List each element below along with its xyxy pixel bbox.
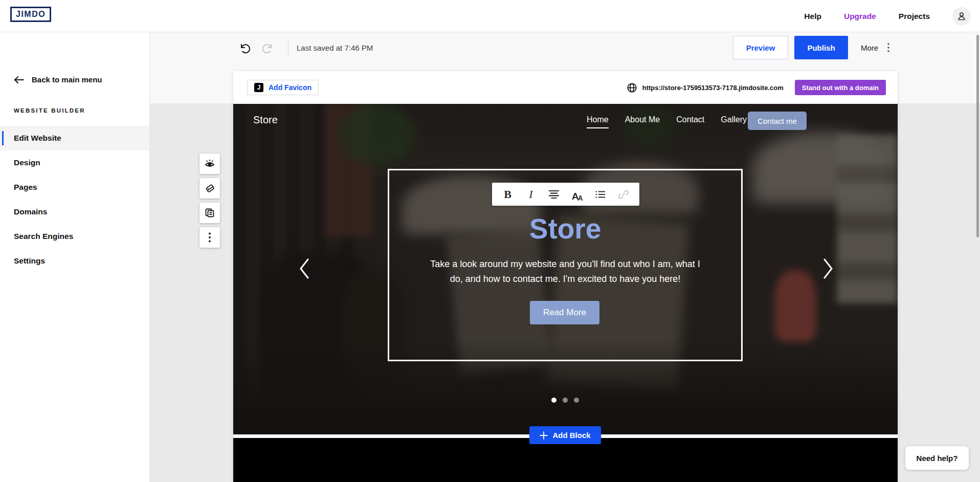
app-header: JIMDO Help Upgrade Projects (0, 0, 980, 32)
more-label: More (861, 43, 878, 52)
block-more-options-button[interactable] (199, 227, 220, 248)
sidebar-section-label: WEBSITE BUILDER (14, 107, 85, 114)
user-icon (956, 11, 967, 21)
toolbar-divider (288, 41, 288, 55)
editor-canvas: Last saved at 7:46 PM Preview Publish Mo… (150, 32, 980, 482)
site-preview-card: J Add Favicon https://store-1759513573-7… (233, 71, 898, 482)
block-style-button[interactable] (199, 178, 220, 199)
hero-title[interactable]: Store (388, 212, 743, 245)
carousel-dots (388, 398, 743, 403)
globe-icon (627, 82, 637, 93)
carousel-dot[interactable] (551, 398, 556, 403)
font-style-button[interactable]: AA (570, 187, 585, 202)
back-to-main-menu[interactable]: Back to main menu (14, 75, 102, 84)
site-nav-contact[interactable]: Contact (676, 115, 704, 124)
align-center-icon (548, 190, 560, 199)
redo-button[interactable] (261, 41, 275, 55)
site-nav-links: Home About Me Contact Gallery (587, 115, 747, 124)
last-saved-status: Last saved at 7:46 PM (297, 43, 373, 52)
site-url[interactable]: https://store-1759513573-7178.jimdosite.… (642, 84, 784, 92)
jimdo-logo[interactable]: JIMDO (10, 7, 51, 22)
align-button[interactable] (546, 187, 562, 202)
undo-icon (238, 41, 251, 55)
sidebar-item-settings[interactable]: Settings (0, 249, 149, 273)
jimdo-editor-window: JIMDO Help Upgrade Projects Back to main… (0, 0, 980, 482)
chevron-right-icon (820, 257, 836, 280)
site-nav-about-me[interactable]: About Me (625, 115, 660, 124)
add-favicon-label: Add Favicon (269, 83, 311, 92)
hero-section[interactable]: Store Home About Me Contact Gallery Cont… (233, 104, 898, 434)
site-chrome-bar: J Add Favicon https://store-1759513573-7… (233, 71, 898, 104)
carousel-next-button[interactable] (820, 257, 836, 280)
hero-paragraph[interactable]: Take a look around my website and you'll… (388, 257, 743, 287)
plus-icon (540, 431, 548, 440)
account-avatar[interactable] (952, 7, 971, 26)
block-tools (199, 154, 220, 252)
sidebar-item-pages[interactable]: Pages (0, 175, 149, 200)
chevron-left-icon (297, 257, 312, 280)
undo-button[interactable] (238, 41, 251, 55)
toggle-visibility-button[interactable] (199, 154, 220, 174)
style-swatch-icon (204, 182, 216, 194)
preview-button[interactable]: Preview (733, 36, 788, 59)
about-me-title: About Me (512, 480, 619, 482)
redo-icon (261, 41, 275, 55)
domain-upsell-button[interactable]: Stand out with a domain (795, 80, 886, 95)
publish-button[interactable]: Publish (794, 36, 848, 59)
site-nav-gallery[interactable]: Gallery (721, 115, 747, 124)
about-me-section[interactable]: About Me (233, 438, 898, 482)
sidebar-item-domains[interactable]: Domains (0, 200, 149, 224)
upgrade-link[interactable]: Upgrade (844, 12, 876, 21)
site-url-group: https://store-1759513573-7178.jimdosite.… (627, 80, 886, 95)
favicon-placeholder-icon: J (254, 83, 263, 92)
more-menu-button[interactable]: More (861, 36, 889, 59)
sidebar-menu: Edit Website Design Pages Domains Search… (0, 126, 149, 273)
bullet-list-icon (595, 190, 606, 199)
sidebar-item-design[interactable]: Design (0, 150, 149, 175)
contact-me-button[interactable]: Contact me (748, 112, 807, 130)
site-nav-home[interactable]: Home (587, 115, 609, 124)
add-favicon-button[interactable]: J Add Favicon (247, 80, 319, 95)
sidebar-item-edit-website[interactable]: Edit Website (0, 126, 149, 150)
projects-link[interactable]: Projects (899, 12, 930, 21)
add-block-button[interactable]: Add Block (529, 426, 601, 444)
site-nav: Store Home About Me Contact Gallery Cont… (233, 104, 898, 136)
copy-icon (204, 207, 216, 219)
list-button[interactable] (593, 187, 608, 202)
kebab-menu-icon (209, 232, 211, 243)
page-scrollbar-thumb[interactable] (976, 35, 979, 237)
eye-icon (204, 158, 216, 169)
carousel-dot[interactable] (574, 398, 579, 403)
carousel-prev-button[interactable] (297, 257, 312, 280)
sidebar-item-search-engines[interactable]: Search Engines (0, 224, 149, 249)
help-link[interactable]: Help (804, 12, 821, 21)
need-help-button[interactable]: Need help? (905, 446, 969, 470)
link-button[interactable] (616, 187, 631, 202)
back-arrow-icon (14, 76, 24, 84)
italic-button[interactable]: I (523, 187, 539, 202)
carousel-dot[interactable] (563, 398, 568, 403)
header-nav: Help Upgrade Projects (804, 0, 971, 32)
link-icon (618, 189, 629, 200)
text-format-toolbar: B I AA (492, 183, 639, 206)
duplicate-block-button[interactable] (199, 203, 220, 223)
bold-button[interactable]: B (500, 187, 516, 202)
sidebar: Back to main menu WEBSITE BUILDER Edit W… (0, 32, 150, 482)
kebab-menu-icon (887, 43, 889, 52)
read-more-button[interactable]: Read More (530, 301, 599, 324)
site-logo[interactable]: Store (253, 114, 278, 126)
back-label: Back to main menu (32, 75, 102, 84)
